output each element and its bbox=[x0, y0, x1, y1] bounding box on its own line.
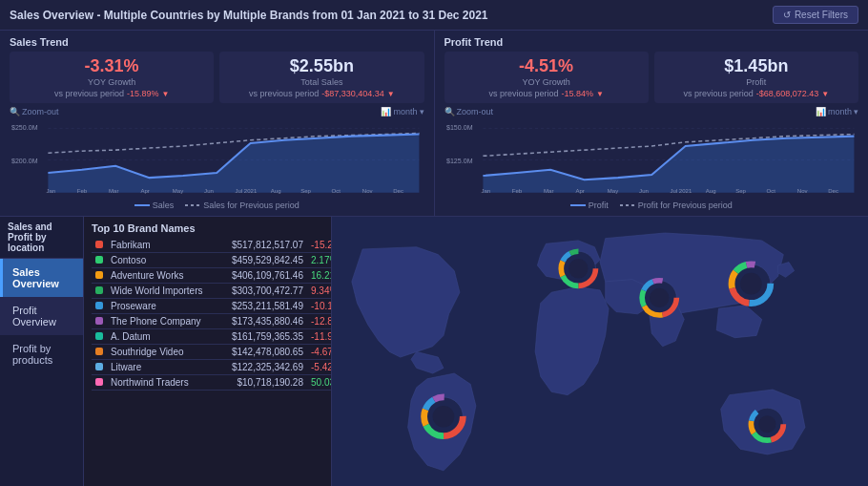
svg-marker-4 bbox=[48, 135, 419, 193]
brand-color-dot bbox=[95, 332, 103, 340]
brand-table-row[interactable]: Northwind Traders $10,718,190.28 50.03% … bbox=[92, 374, 332, 390]
profit-trend-panel: Profit Trend -4.51% YOY Growth vs previo… bbox=[435, 31, 869, 216]
profit-legend: Profit Profit for Previous period bbox=[444, 201, 859, 210]
svg-text:Nov: Nov bbox=[362, 187, 374, 194]
brand-name-cell: Proseware bbox=[107, 298, 212, 313]
nav-profit-products[interactable]: Profit by products bbox=[0, 335, 83, 373]
donut-europe bbox=[561, 251, 595, 285]
svg-text:Feb: Feb bbox=[77, 187, 88, 194]
reset-filters-button[interactable]: ↺ Reset Filters bbox=[773, 6, 858, 24]
svg-text:$150.0M: $150.0M bbox=[446, 124, 473, 132]
total-sales-label: Total Sales bbox=[300, 77, 342, 87]
legend-profit-prev: Profit for Previous period bbox=[620, 201, 733, 210]
brand-table-row[interactable]: Southridge Video $142,478,080.65 -4.67% … bbox=[92, 344, 332, 359]
svg-point-41 bbox=[433, 406, 455, 428]
svg-text:Jul 2021: Jul 2021 bbox=[670, 187, 692, 194]
brand-pct-cell: -11.97% bbox=[307, 328, 332, 344]
brand-table-row[interactable]: Contoso $459,529,842.45 2.17% ▲ bbox=[92, 252, 332, 267]
brand-table-row[interactable]: Litware $122,325,342.69 -5.42% ▼ bbox=[92, 359, 332, 374]
brand-value-cell: $10,718,190.28 bbox=[212, 374, 307, 390]
brand-color-dot bbox=[95, 317, 103, 325]
nav-profit-overview[interactable]: Profit Overview bbox=[0, 297, 83, 335]
zoom-icon-profit: 🔍 bbox=[444, 107, 455, 116]
theme-controls: ○ Dark Light bbox=[0, 481, 83, 486]
profit-total-sub: vs previous period -$68,608,072.43 ▼ bbox=[684, 89, 830, 98]
svg-point-62 bbox=[740, 273, 762, 295]
svg-text:Jul 2021: Jul 2021 bbox=[235, 187, 257, 194]
svg-text:Aug: Aug bbox=[705, 187, 715, 194]
legend-sales-prev: Sales for Previous period bbox=[185, 201, 300, 210]
profit-kpi-row: -4.51% YOY Growth vs previous period -15… bbox=[444, 52, 859, 103]
brand-name-cell: A. Datum bbox=[107, 328, 212, 344]
svg-text:Jun: Jun bbox=[204, 187, 214, 194]
brand-name-cell: Contoso bbox=[107, 252, 212, 267]
brand-pct-cell: -15.26% bbox=[307, 238, 332, 253]
left-nav: Sales and Profit by location Sales Overv… bbox=[0, 217, 84, 486]
sales-yoy-sub: vs previous period -15.89% ▼ bbox=[54, 89, 170, 98]
svg-point-55 bbox=[650, 287, 669, 306]
brand-color-cell bbox=[92, 283, 107, 298]
brand-table-row[interactable]: Fabrikam $517,812,517.07 -15.26% ▼ bbox=[92, 238, 332, 253]
brand-name-cell: Northwind Traders bbox=[107, 374, 212, 390]
profit-chart-controls: 🔍 Zoom-out 📊 month ▾ bbox=[444, 107, 859, 116]
svg-text:Dec: Dec bbox=[393, 187, 403, 194]
brand-pct-cell: 50.03% bbox=[307, 374, 332, 390]
svg-text:$200.0M: $200.0M bbox=[11, 158, 38, 165]
brand-color-cell bbox=[92, 328, 107, 344]
legend-sales-line bbox=[134, 204, 150, 206]
brand-value-cell: $459,529,842.45 bbox=[212, 252, 307, 267]
world-map bbox=[332, 217, 868, 486]
brand-color-cell bbox=[92, 313, 107, 328]
chart-icon: 📊 bbox=[381, 107, 391, 116]
brand-table-row[interactable]: A. Datum $161,759,365.35 -11.97% ▼ bbox=[92, 328, 332, 344]
sales-chart-svg: $250.0M $200.0M Jan Feb Mar Apr bbox=[10, 118, 424, 198]
brand-value-cell: $161,759,365.35 bbox=[212, 328, 307, 344]
sales-month-btn[interactable]: 📊 month ▾ bbox=[381, 107, 424, 116]
profit-month-btn[interactable]: 📊 month ▾ bbox=[816, 107, 858, 116]
brand-color-dot bbox=[95, 378, 103, 386]
profit-yoy-label: YOY Growth bbox=[522, 77, 569, 87]
brand-value-cell: $142,478,080.65 bbox=[212, 344, 307, 359]
profit-chart-area: $150.0M $125.0M Jan Feb Mar Apr May Jun … bbox=[444, 118, 859, 198]
sales-chart-controls: 🔍 Zoom-out 📊 month ▾ bbox=[10, 107, 424, 116]
brand-value-cell: $303,700,472.77 bbox=[212, 283, 307, 298]
brand-table-row[interactable]: Adventure Works $406,109,761.46 16.21% ▲ bbox=[92, 267, 332, 283]
sales-legend: Sales Sales for Previous period bbox=[10, 201, 424, 210]
world-map-svg bbox=[332, 217, 868, 486]
brand-table-row[interactable]: Proseware $253,211,581.49 -10.11% ▼ bbox=[92, 298, 332, 313]
svg-text:Feb: Feb bbox=[511, 187, 522, 194]
total-sales-value: $2.55bn bbox=[290, 56, 354, 76]
zoom-icon: 🔍 bbox=[10, 107, 20, 116]
page-header: Sales Overview - Multiple Countries by M… bbox=[0, 0, 868, 31]
sales-yoy-value: -3.31% bbox=[85, 56, 139, 76]
profit-zoom-btn[interactable]: 🔍 Zoom-out bbox=[444, 107, 494, 116]
svg-text:Jan: Jan bbox=[481, 187, 490, 194]
profit-chart-svg: $150.0M $125.0M Jan Feb Mar Apr May Jun … bbox=[444, 118, 859, 198]
svg-text:Apr: Apr bbox=[575, 187, 584, 194]
svg-text:Mar: Mar bbox=[109, 187, 118, 194]
svg-text:Aug: Aug bbox=[271, 187, 281, 194]
brand-name-cell: Fabrikam bbox=[107, 238, 212, 253]
brand-table-row[interactable]: Wide World Importers $303,700,472.77 9.3… bbox=[92, 283, 332, 298]
chevron-down-icon: ▾ bbox=[420, 107, 424, 116]
svg-text:Mar: Mar bbox=[544, 187, 553, 194]
sales-yoy-arrow: ▼ bbox=[161, 90, 169, 98]
svg-text:$250.0M: $250.0M bbox=[11, 124, 38, 132]
brand-value-cell: $517,812,517.07 bbox=[212, 238, 307, 253]
brand-pct-cell: -12.83% bbox=[307, 313, 332, 328]
nav-sales-overview[interactable]: Sales Overview bbox=[0, 259, 83, 297]
profit-total-label: Profit bbox=[746, 77, 766, 87]
svg-point-68 bbox=[758, 415, 775, 433]
chevron-down-icon-profit: ▾ bbox=[854, 107, 858, 116]
total-sales-sub: vs previous period -$87,330,404.34 ▼ bbox=[249, 89, 395, 98]
brand-color-dot bbox=[95, 286, 103, 294]
sales-zoom-btn[interactable]: 🔍 Zoom-out bbox=[10, 107, 59, 116]
brand-table-row[interactable]: The Phone Company $173,435,880.46 -12.83… bbox=[92, 313, 332, 328]
brand-pct-cell: 2.17% bbox=[307, 252, 332, 267]
svg-text:Apr: Apr bbox=[140, 187, 149, 194]
sales-yoy-card: -3.31% YOY Growth vs previous period -15… bbox=[10, 52, 214, 103]
legend-profit-line bbox=[570, 204, 586, 206]
map-section bbox=[332, 217, 868, 486]
bottom-section: Sales and Profit by location Sales Overv… bbox=[0, 217, 868, 486]
location-title: Sales and Profit by location bbox=[0, 217, 83, 259]
